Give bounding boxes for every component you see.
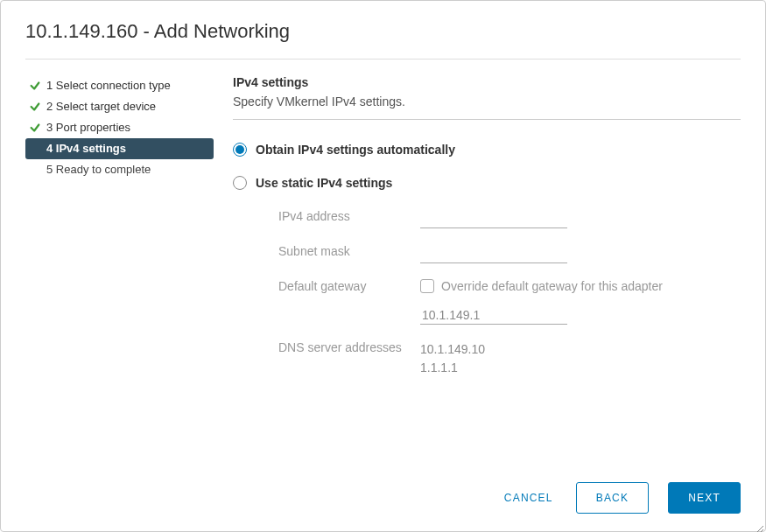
- field-subnet-mask: Subnet mask: [278, 244, 741, 263]
- content-title: IPv4 settings: [233, 75, 741, 89]
- radio-label: Obtain IPv4 settings automatically: [256, 143, 455, 157]
- svg-line-0: [756, 526, 763, 532]
- content-divider: [233, 119, 741, 120]
- field-label: IPv4 address: [278, 209, 420, 223]
- step-ready-to-complete[interactable]: 5 Ready to complete: [25, 159, 214, 180]
- field-label: Default gateway: [278, 279, 420, 293]
- step-label: 5 Ready to complete: [46, 159, 151, 180]
- field-default-gateway: Default gateway Override default gateway…: [278, 279, 741, 325]
- step-label: 1 Select connection type: [46, 75, 171, 96]
- step-port-properties[interactable]: 3 Port properties: [25, 117, 214, 138]
- step-label: 2 Select target device: [46, 96, 156, 117]
- add-networking-dialog: 10.1.149.160 - Add Networking 1 Select c…: [0, 0, 766, 532]
- content-subtitle: Specify VMkernel IPv4 settings.: [233, 94, 741, 108]
- radio-icon: [233, 143, 247, 157]
- checkbox-icon: [420, 279, 434, 293]
- field-label: Subnet mask: [278, 244, 420, 258]
- default-gateway-input[interactable]: [420, 305, 567, 325]
- field-ipv4-address: IPv4 address: [278, 209, 741, 228]
- step-select-target-device[interactable]: 2 Select target device: [25, 96, 214, 117]
- field-label: DNS server addresses: [278, 340, 420, 354]
- cancel-button[interactable]: CANCEL: [501, 483, 557, 513]
- next-button[interactable]: NEXT: [668, 482, 741, 514]
- dns-value-2: 1.1.1.1: [420, 359, 485, 377]
- dialog-body: 1 Select connection type 2 Select target…: [1, 60, 765, 466]
- radio-icon: [233, 176, 247, 190]
- dialog-title: 10.1.149.160 - Add Networking: [1, 1, 765, 59]
- checkmark-icon: [29, 101, 41, 113]
- checkmark-icon: [29, 80, 41, 92]
- back-button[interactable]: BACK: [576, 482, 649, 514]
- step-label: 3 Port properties: [46, 117, 130, 138]
- dns-value-1: 10.1.149.10: [420, 340, 485, 359]
- dialog-footer: CANCEL BACK NEXT: [1, 466, 765, 531]
- step-content: IPv4 settings Specify VMkernel IPv4 sett…: [214, 75, 741, 466]
- radio-label: Use static IPv4 settings: [256, 176, 392, 190]
- step-ipv4-settings[interactable]: 4 IPv4 settings: [25, 138, 214, 159]
- step-label: 4 IPv4 settings: [46, 138, 126, 159]
- radio-use-static[interactable]: Use static IPv4 settings: [233, 176, 741, 190]
- ipv4-address-input[interactable]: [420, 209, 567, 228]
- wizard-steps-sidebar: 1 Select connection type 2 Select target…: [25, 75, 214, 466]
- checkmark-icon: [29, 122, 41, 134]
- subnet-mask-input[interactable]: [420, 244, 567, 263]
- radio-obtain-auto[interactable]: Obtain IPv4 settings automatically: [233, 143, 741, 157]
- static-ipv4-fields: IPv4 address Subnet mask Default gateway…: [233, 209, 741, 377]
- dns-values: 10.1.149.10 1.1.1.1: [420, 340, 485, 377]
- field-dns-addresses: DNS server addresses 10.1.149.10 1.1.1.1: [278, 340, 741, 377]
- override-gateway-row[interactable]: Override default gateway for this adapte…: [420, 279, 663, 293]
- override-gateway-label: Override default gateway for this adapte…: [441, 279, 663, 293]
- resize-grip-icon[interactable]: [755, 521, 763, 529]
- step-select-connection-type[interactable]: 1 Select connection type: [25, 75, 214, 96]
